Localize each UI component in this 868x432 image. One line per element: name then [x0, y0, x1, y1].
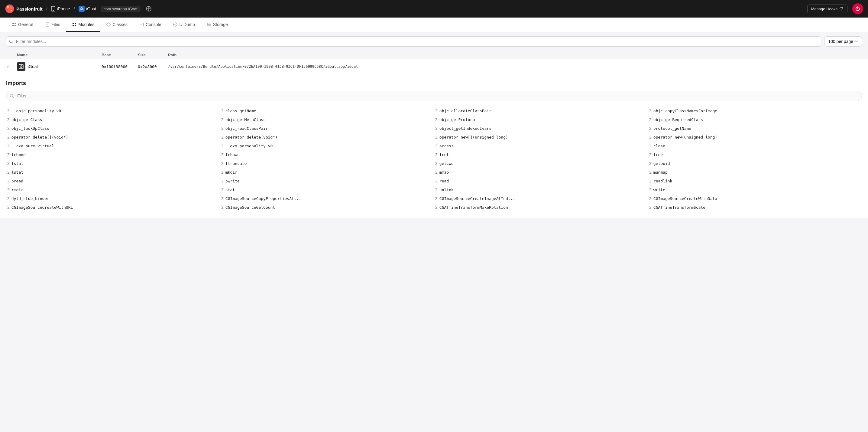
svg-line-36 — [12, 42, 13, 44]
tab-modules[interactable]: Modules — [66, 18, 100, 32]
import-item: Σunlink — [434, 185, 648, 194]
sigma-icon: Σ — [435, 152, 438, 157]
top-bar: Passionfruit / iPhone / iGoat com.swaroo… — [0, 0, 868, 18]
sigma-icon: Σ — [221, 109, 224, 113]
module-icon — [17, 62, 25, 71]
sigma-icon: Σ — [435, 161, 438, 166]
svg-point-4 — [8, 10, 10, 12]
svg-rect-23 — [72, 23, 74, 24]
import-name: operator delete(void*) — [225, 135, 277, 140]
import-item: Σobjc_readClassPair — [220, 124, 434, 133]
module-name-cell: iGoat — [17, 62, 101, 71]
breadcrumb-sep-1: / — [46, 6, 48, 11]
import-item: Σoperator new(unsigned long) — [648, 133, 862, 142]
module-size-cell: 0x2a8000 — [138, 64, 168, 69]
import-name: pwrite — [225, 179, 240, 183]
svg-line-40 — [13, 97, 14, 98]
import-item: Σobjc_getClass — [6, 115, 220, 124]
import-item: Σwrite — [648, 185, 862, 194]
tab-console-label: Console — [146, 22, 161, 27]
import-item: Σobjc_copyClassNamesForImage — [648, 107, 862, 115]
filter-search-icon — [9, 39, 13, 44]
chevron-down-icon — [855, 40, 858, 42]
module-row[interactable]: iGoat 0x100f38000 0x2a8000 /var/containe… — [0, 59, 868, 74]
import-item: Σ__gxx_personality_v0 — [220, 142, 434, 150]
import-item: Σobjc_lookUpClass — [6, 124, 220, 133]
svg-rect-16 — [12, 23, 14, 24]
import-item: Σgeteuid — [648, 159, 862, 168]
sigma-icon: Σ — [649, 188, 652, 192]
import-item: Σrmdir — [6, 185, 220, 194]
imports-filter-input[interactable] — [6, 91, 862, 101]
import-item: Σclass_getName — [220, 107, 434, 115]
tab-general[interactable]: General — [6, 18, 39, 32]
import-name: CGImageSourceGetCount — [225, 205, 275, 210]
filter-modules-input[interactable] — [6, 36, 821, 47]
import-name: operator delete[](void*) — [11, 135, 68, 140]
import-item: Σlstat — [6, 168, 220, 177]
per-page-label: 100 per page — [828, 39, 853, 44]
manage-hooks-button[interactable]: Manage Hooks — [807, 4, 847, 13]
module-path-cell: /var/containers/Bundle/Application/072EA… — [168, 64, 862, 69]
import-item: Σreadlink — [648, 177, 862, 185]
tab-storage-label: Storage — [213, 22, 228, 27]
col-size-header: Size — [138, 53, 168, 57]
import-name: operator new[](unsigned long) — [439, 135, 508, 140]
app-name-breadcrumb: iGoat — [86, 6, 96, 11]
imports-search-icon — [10, 94, 14, 98]
power-icon — [855, 6, 860, 11]
import-item: Σfchmod — [6, 150, 220, 159]
sigma-icon: Σ — [221, 117, 224, 122]
tab-uidump[interactable]: UIDump — [167, 18, 201, 32]
import-name: fstat — [11, 161, 23, 166]
sigma-icon: Σ — [435, 188, 438, 192]
import-item: Σobject_getIndexedIvars — [434, 124, 648, 133]
import-item: Σfstat — [6, 159, 220, 168]
col-expand — [6, 53, 17, 57]
filter-row: 100 per page — [0, 32, 868, 51]
imports-section: Imports Σ__objc_personality_v0Σclass_get… — [0, 74, 868, 218]
import-item: Σfcntl — [434, 150, 648, 159]
modules-icon — [72, 22, 76, 27]
bundle-id-badge: com.swaroop.iGoat — [101, 6, 141, 12]
import-name: mmap — [439, 170, 449, 175]
sigma-icon: Σ — [649, 117, 652, 122]
svg-rect-26 — [75, 25, 76, 26]
breadcrumb-app[interactable]: iGoat — [79, 6, 96, 12]
per-page-select[interactable]: 100 per page — [824, 36, 862, 47]
svg-point-32 — [175, 24, 176, 25]
tab-storage[interactable]: Storage — [201, 18, 234, 32]
import-item: Σoperator new[](unsigned long) — [434, 133, 648, 142]
sigma-icon: Σ — [435, 135, 438, 140]
import-name: rmdir — [11, 188, 23, 192]
import-item: ΣCGImageSourceCreateWithData — [648, 194, 862, 203]
power-button[interactable] — [852, 3, 863, 14]
sigma-icon: Σ — [221, 170, 224, 175]
import-name: unlink — [439, 188, 454, 192]
svg-rect-7 — [53, 10, 54, 11]
import-item: ΣCGImageSourceCreateWithURL — [6, 203, 220, 212]
import-name: CGImageSourceCreateWithURL — [11, 205, 73, 210]
sigma-icon: Σ — [649, 170, 652, 175]
sigma-icon: Σ — [221, 144, 224, 148]
breadcrumb-device[interactable]: iPhone — [51, 6, 70, 11]
import-item: Σread — [434, 177, 648, 185]
sigma-icon: Σ — [221, 152, 224, 157]
import-name: close — [653, 144, 665, 148]
tab-console[interactable]: Console — [133, 18, 167, 32]
import-item: Σmunmap — [648, 168, 862, 177]
import-name: getcwd — [439, 161, 454, 166]
sigma-icon: Σ — [221, 161, 224, 166]
import-name: geteuid — [653, 161, 670, 166]
crosshair-button[interactable] — [144, 4, 153, 13]
svg-rect-20 — [46, 23, 49, 26]
sigma-icon: Σ — [221, 188, 224, 192]
sigma-icon: Σ — [649, 109, 652, 113]
import-item: Σmkdir — [220, 168, 434, 177]
chevron-expand-icon[interactable] — [6, 65, 9, 68]
import-name: CGAffineTransformMakeRotation — [439, 205, 508, 210]
tab-classes[interactable]: Classes — [100, 18, 133, 32]
import-item: ΣCGAffineTransformScale — [648, 203, 862, 212]
tab-files[interactable]: Files — [39, 18, 66, 32]
import-name: CGImageSourceCopyPropertiesAt... — [225, 196, 301, 201]
